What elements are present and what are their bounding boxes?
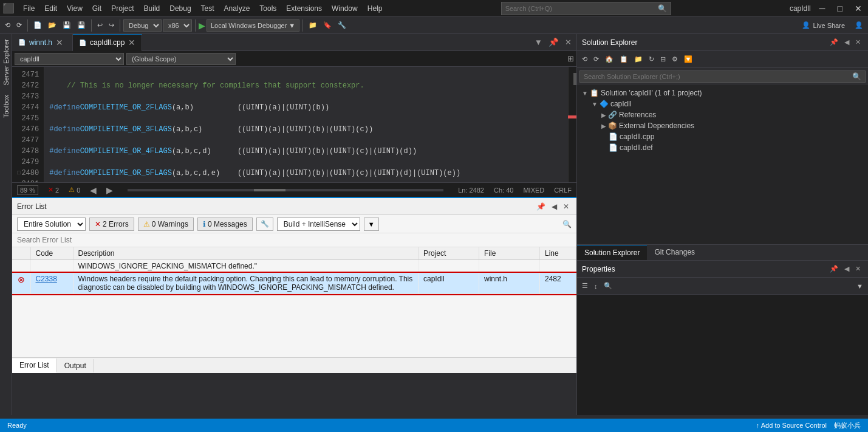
col-line[interactable]: Line bbox=[540, 247, 576, 260]
tree-capidll-cpp[interactable]: 📄 capIdll.cpp bbox=[577, 131, 868, 142]
close-button[interactable]: ✕ bbox=[851, 4, 866, 13]
prev-error-button[interactable]: ◀ bbox=[90, 185, 97, 195]
code-content[interactable]: // This is no longer necessary for compi… bbox=[44, 67, 568, 182]
menu-test[interactable]: Test bbox=[196, 2, 219, 15]
bookmark-button[interactable]: 🔖 bbox=[321, 20, 334, 30]
open-button[interactable]: 📂 bbox=[46, 20, 59, 30]
build-scope-dropdown[interactable]: ▼ bbox=[364, 218, 379, 231]
solution-item[interactable]: ▼ 📋 Solution 'capIdll' (1 of 1 project) bbox=[577, 87, 868, 98]
scope-right-select[interactable]: (Global Scope) bbox=[126, 53, 236, 65]
warning-count-badge[interactable]: ⚠ 0 bbox=[69, 186, 80, 194]
project-item[interactable]: ▼ 🔷 capIdll bbox=[577, 98, 868, 109]
menu-analyze[interactable]: Analyze bbox=[219, 2, 255, 15]
menu-extensions[interactable]: Extensions bbox=[281, 2, 327, 15]
scroll-indicator[interactable] bbox=[128, 189, 443, 191]
menu-tools[interactable]: Tools bbox=[255, 2, 281, 15]
properties-auto-hide-button[interactable]: ◀ bbox=[842, 264, 852, 274]
messages-filter-button[interactable]: ℹ 0 Messages bbox=[197, 218, 253, 231]
zoom-level[interactable]: 89 % bbox=[17, 185, 38, 195]
error-table[interactable]: Code Description Project File Line WIND bbox=[12, 247, 576, 357]
props-search-button[interactable]: 🔍 bbox=[601, 281, 615, 291]
se-filter-button[interactable]: 🔽 bbox=[682, 54, 695, 64]
col-file[interactable]: File bbox=[479, 247, 540, 260]
next-error-button[interactable]: ▶ bbox=[106, 185, 113, 195]
server-explorer-tab[interactable]: Server Explorer bbox=[1, 34, 11, 90]
save-all-button[interactable]: 💾 bbox=[75, 20, 88, 30]
build-filter-button[interactable]: 🔧 bbox=[256, 218, 273, 231]
menu-window[interactable]: Window bbox=[327, 2, 363, 15]
warnings-filter-button[interactable]: ⚠ 0 Warnings bbox=[138, 218, 194, 231]
menu-help[interactable]: Help bbox=[363, 2, 388, 15]
props-list-button[interactable]: ☰ bbox=[579, 281, 590, 291]
table-row[interactable]: ⊗ C2338 Windows headers require the defa… bbox=[12, 273, 576, 294]
se-back-button[interactable]: ⟲ bbox=[579, 54, 590, 64]
minimize-button[interactable]: ─ bbox=[816, 4, 829, 13]
new-project-button[interactable]: 📄 bbox=[31, 20, 44, 30]
menu-edit[interactable]: Edit bbox=[39, 2, 62, 15]
se-show-all-files-button[interactable]: 📁 bbox=[632, 54, 645, 64]
tab-pin-button[interactable]: 📌 bbox=[546, 36, 561, 48]
tab-dropdown-button[interactable]: ▼ bbox=[532, 36, 545, 48]
save-button[interactable]: 💾 bbox=[60, 20, 73, 30]
start-debug-button[interactable]: ▶ bbox=[199, 21, 205, 30]
redo-button[interactable]: ↪ bbox=[106, 20, 117, 30]
table-row[interactable]: WINDOWS_IGNORE_PACKING_MISMATCH defined.… bbox=[12, 260, 576, 273]
tab-close-all-button[interactable]: ✕ bbox=[562, 36, 574, 48]
properties-pin-button[interactable]: 📌 bbox=[827, 264, 841, 274]
local-debugger-button[interactable]: Local Windows Debugger ▼ bbox=[207, 19, 299, 32]
se-close-button[interactable]: ✕ bbox=[853, 37, 863, 47]
tools-button[interactable]: 🔧 bbox=[335, 20, 349, 30]
back-button[interactable]: ⟲ bbox=[2, 20, 13, 30]
se-properties-button[interactable]: 📋 bbox=[617, 54, 630, 64]
col-code[interactable]: Code bbox=[30, 247, 73, 260]
error-search-input[interactable] bbox=[17, 236, 138, 244]
tab-capidll-cpp[interactable]: 📄 capIdll.cpp ✕ bbox=[73, 34, 142, 51]
forward-button[interactable]: ⟳ bbox=[14, 20, 24, 30]
col-description[interactable]: Description bbox=[73, 247, 419, 260]
se-collapse-button[interactable]: ⊟ bbox=[658, 54, 668, 64]
col-icon[interactable] bbox=[12, 247, 30, 260]
menu-file[interactable]: File bbox=[18, 2, 39, 15]
menu-view[interactable]: View bbox=[62, 2, 87, 15]
live-share-button[interactable]: 👤 Live Share bbox=[799, 20, 847, 30]
col-project[interactable]: Project bbox=[419, 247, 479, 260]
menu-git[interactable]: Git bbox=[87, 2, 106, 15]
build-scope-select[interactable]: Build + IntelliSense bbox=[277, 218, 360, 231]
undo-button[interactable]: ↩ bbox=[95, 20, 105, 30]
se-search-input[interactable] bbox=[580, 71, 849, 82]
se-refresh-button[interactable]: ↻ bbox=[646, 54, 657, 64]
debug-mode-select[interactable]: Debug bbox=[123, 19, 162, 32]
se-solution-explorer-tab[interactable]: Solution Explorer bbox=[577, 245, 647, 260]
menu-project[interactable]: Project bbox=[106, 2, 138, 15]
menu-build[interactable]: Build bbox=[139, 2, 165, 15]
tree-external-deps[interactable]: ▶ 📦 External Dependencies bbox=[577, 120, 868, 131]
se-auto-hide-button[interactable]: ◀ bbox=[842, 37, 852, 47]
errors-filter-button[interactable]: ✕ 2 Errors bbox=[89, 218, 134, 231]
error-panel-pin-button[interactable]: 📌 bbox=[534, 201, 548, 212]
menu-debug[interactable]: Debug bbox=[165, 2, 196, 15]
tab-winnth-close[interactable]: ✕ bbox=[56, 38, 63, 47]
error-count-badge[interactable]: ✕ 2 bbox=[48, 186, 59, 194]
tree-capidll-def[interactable]: 📄 capIdll.def bbox=[577, 142, 868, 153]
se-git-changes-tab[interactable]: Git Changes bbox=[647, 245, 702, 260]
row2-code-cell[interactable]: C2338 bbox=[30, 273, 73, 294]
error-list-tab[interactable]: Error List bbox=[12, 358, 57, 373]
toolbox-tab[interactable]: Toolbox bbox=[1, 90, 11, 123]
collapse-button[interactable]: ⊞ bbox=[567, 54, 574, 63]
platform-select[interactable]: x86 bbox=[163, 19, 192, 32]
se-home-button[interactable]: 🏠 bbox=[603, 54, 616, 64]
folder-button[interactable]: 📁 bbox=[306, 20, 320, 30]
solution-tree[interactable]: ▼ 📋 Solution 'capIdll' (1 of 1 project) … bbox=[577, 85, 868, 244]
tree-references[interactable]: ▶ 🔗 References bbox=[577, 109, 868, 120]
error-panel-close-button[interactable]: ✕ bbox=[561, 201, 572, 212]
scope-select[interactable]: Entire Solution bbox=[17, 218, 86, 231]
tab-winnth[interactable]: 📄 winnt.h ✕ bbox=[12, 34, 73, 51]
error-panel-auto-hide-button[interactable]: ◀ bbox=[549, 201, 559, 212]
add-to-source-control[interactable]: ↑ Add to Source Control bbox=[756, 422, 827, 429]
properties-close-button[interactable]: ✕ bbox=[853, 264, 863, 274]
se-pin-button[interactable]: 📌 bbox=[827, 37, 841, 47]
tab-capidll-close[interactable]: ✕ bbox=[128, 38, 135, 47]
profile-button[interactable]: 👤 bbox=[852, 20, 866, 30]
props-categorized-button[interactable]: ↕ bbox=[592, 281, 600, 291]
se-settings-button[interactable]: ⚙ bbox=[669, 54, 680, 64]
